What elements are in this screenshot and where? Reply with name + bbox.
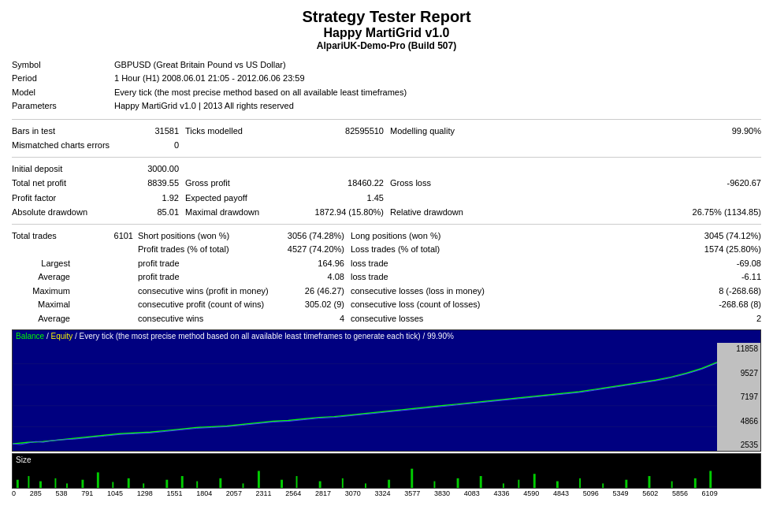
report-title: Strategy Tester Report — [12, 8, 761, 26]
largest-label: Largest — [12, 257, 75, 270]
svg-rect-7 — [54, 478, 56, 488]
period-label: Period — [12, 73, 114, 84]
maximal-profit-value: 305.02 (9) — [280, 298, 351, 311]
mismatched-value: 0 — [114, 139, 185, 152]
max-consec-losses-label: consecutive losses (loss in money) — [351, 285, 508, 298]
chart-legend: Balance / Equity / Every tick (the most … — [16, 332, 454, 340]
short-value: 3056 (74.28%) — [280, 229, 351, 243]
svg-rect-40 — [709, 471, 712, 489]
svg-rect-8 — [66, 483, 68, 488]
mismatched-row: Mismatched charts errors 0 — [12, 139, 761, 152]
x-label-21: 5349 — [612, 489, 628, 497]
largest-spacer — [75, 257, 138, 270]
largest-profit-value: 164.96 — [280, 257, 351, 270]
model-value: Every tick (the most precise method base… — [114, 87, 761, 99]
parameters-value: Happy MartiGrid v1.0 | 2013 All rights r… — [114, 100, 761, 112]
x-label-12: 3070 — [345, 489, 361, 497]
average-spacer — [75, 270, 138, 284]
chart-description: / Every tick (the most precise method ba… — [75, 332, 454, 340]
report-header: Strategy Tester Report Happy MartiGrid v… — [12, 8, 761, 51]
bars-label: Bars in test — [12, 125, 114, 138]
rel-drawdown-value: 26.75% (1134.85) — [532, 206, 761, 219]
deposit-value: 3000.00 — [114, 162, 185, 176]
long-label: Long positions (won %) — [351, 229, 508, 243]
ticks-value: 82595510 — [311, 125, 390, 138]
maximal-spacer — [75, 298, 138, 311]
avg-consec-row: Average consecutive wins 4 consecutive l… — [12, 312, 761, 326]
profit-trades-label: Profit trades (% of total) — [138, 243, 280, 256]
avg-consec-wins-label: consecutive wins — [138, 312, 280, 326]
symbol-label: Symbol — [12, 59, 114, 71]
chart-svg — [13, 343, 717, 451]
svg-rect-38 — [671, 482, 673, 488]
x-label-22: 5602 — [642, 489, 658, 497]
gross-profit-value: 18460.22 — [311, 177, 390, 190]
x-label-9: 2311 — [256, 489, 272, 497]
svg-rect-15 — [181, 476, 184, 488]
profit-trades-value: 4527 (74.20%) — [280, 243, 351, 256]
symbol-row: Symbol GBPUSD (Great Britain Pound vs US… — [12, 59, 761, 71]
max-consec-wins-label: consecutive wins (profit in money) — [138, 285, 280, 298]
max-consec-losses-value: 8 (-268.68) — [508, 285, 761, 298]
profit-factor-label: Profit factor — [12, 192, 114, 205]
maximal-loss-value: -268.68 (8) — [508, 298, 761, 311]
svg-rect-11 — [112, 482, 113, 488]
svg-rect-13 — [143, 483, 144, 488]
report-subtitle: Happy MartiGrid v1.0 — [12, 26, 761, 40]
report-build: AlpariUK-Demo-Pro (Build 507) — [12, 40, 761, 51]
svg-rect-9 — [81, 480, 84, 488]
svg-rect-29 — [480, 476, 482, 488]
financial-section: Initial deposit 3000.00 Total net profit… — [12, 162, 761, 219]
svg-rect-16 — [196, 482, 198, 488]
svg-rect-35 — [602, 483, 604, 488]
svg-rect-36 — [625, 480, 627, 488]
avg-consec-label: Average — [12, 312, 75, 326]
largest-loss-label: loss trade — [351, 257, 508, 270]
parameters-row: Parameters Happy MartiGrid v1.0 | 2013 A… — [12, 100, 761, 112]
long-value: 3045 (74.12%) — [508, 229, 761, 243]
maximal-profit-row: Maximal consecutive profit (count of win… — [12, 298, 761, 311]
abs-drawdown-value: 85.01 — [114, 206, 185, 219]
rel-drawdown-label: Relative drawdown — [390, 206, 532, 219]
ticks-label: Ticks modelled — [185, 125, 311, 138]
deposit-row: Initial deposit 3000.00 — [12, 162, 761, 176]
largest-row: Largest profit trade 164.96 loss trade -… — [12, 257, 761, 270]
svg-rect-30 — [503, 483, 504, 488]
x-label-23: 5856 — [672, 489, 688, 497]
x-label-5: 1298 — [137, 489, 153, 497]
x-label-7: 1804 — [196, 489, 212, 497]
y-label-3: 7197 — [719, 392, 758, 401]
svg-rect-4 — [17, 480, 19, 488]
x-label-17: 4336 — [493, 489, 509, 497]
avg-loss-label: loss trade — [351, 270, 508, 284]
avg-profit-label: profit trade — [138, 270, 280, 284]
svg-rect-39 — [694, 478, 697, 488]
max-consec-wins-row: Maximum consecutive wins (profit in mone… — [12, 285, 761, 298]
size-label: Size — [16, 456, 31, 464]
profit-factor-value: 1.92 — [114, 192, 185, 205]
y-label-4: 4866 — [719, 417, 758, 426]
max-consec-wins-spacer — [75, 285, 138, 298]
gross-loss-label: Gross loss — [390, 177, 532, 190]
chart-plot-area — [13, 343, 717, 451]
svg-rect-18 — [243, 483, 244, 488]
x-axis: 0 285 538 791 1045 1298 1551 1804 2057 2… — [12, 489, 761, 497]
svg-rect-32 — [533, 474, 536, 488]
deposit-label: Initial deposit — [12, 162, 114, 176]
gross-profit-label: Gross profit — [185, 177, 311, 190]
svg-rect-25 — [388, 480, 390, 488]
x-label-3: 791 — [81, 489, 93, 497]
max-drawdown-label: Maximal drawdown — [185, 206, 311, 219]
svg-rect-33 — [556, 482, 559, 488]
average-label: Average — [12, 270, 75, 284]
svg-rect-22 — [319, 482, 321, 488]
abs-drawdown-label: Absolute drawdown — [12, 206, 114, 219]
svg-rect-23 — [342, 478, 344, 488]
x-label-8: 2057 — [226, 489, 242, 497]
profit-trades-row: Profit trades (% of total) 4527 (74.20%)… — [12, 243, 761, 256]
y-label-1: 11858 — [719, 344, 758, 353]
avg-consec-wins-value: 4 — [280, 312, 351, 326]
symbol-value: GBPUSD (Great Britain Pound vs US Dollar… — [114, 59, 761, 71]
x-label-6: 1551 — [166, 489, 182, 497]
x-label-16: 4083 — [464, 489, 480, 497]
